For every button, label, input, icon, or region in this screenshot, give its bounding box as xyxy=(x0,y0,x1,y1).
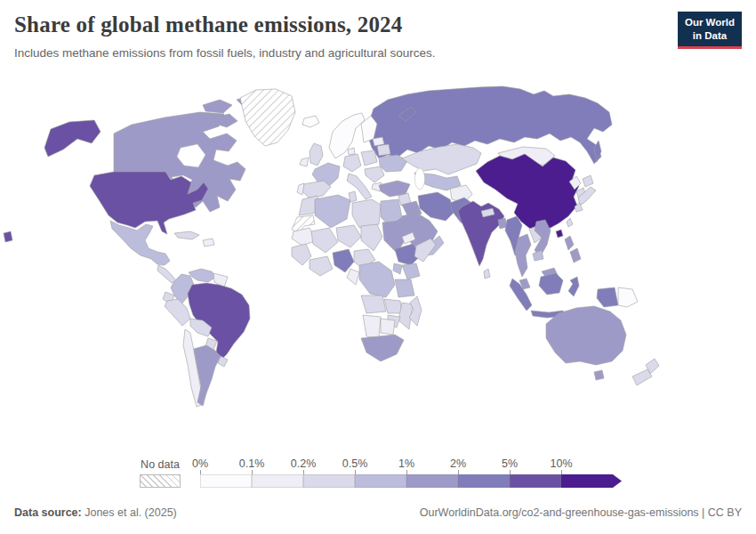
country-botswana[interactable] xyxy=(381,319,395,335)
legend-tick-label: 0% xyxy=(192,457,208,470)
owid-logo[interactable]: Our World in Data xyxy=(678,12,742,49)
country-philippines-luzon[interactable] xyxy=(565,236,574,250)
country-indonesia-papua[interactable] xyxy=(597,287,618,307)
country-chad[interactable] xyxy=(361,224,382,251)
country-greenland[interactable] xyxy=(240,89,295,146)
legend-tick-label: 5% xyxy=(502,457,518,470)
country-russia[interactable] xyxy=(368,86,612,164)
country-papua-new-guinea[interactable] xyxy=(618,287,638,307)
country-central-america[interactable] xyxy=(157,265,176,283)
country-china-hainan[interactable] xyxy=(556,230,563,238)
country-niger[interactable] xyxy=(336,225,361,247)
country-iceland[interactable] xyxy=(302,116,319,127)
legend-tick-mark xyxy=(252,470,253,474)
country-gabon-congo[interactable] xyxy=(347,269,359,285)
page-title: Share of global methane emissions, 2024 xyxy=(14,12,403,37)
country-baltics[interactable] xyxy=(373,137,384,146)
legend-tick-mark xyxy=(510,470,511,474)
legend-no-data-swatch[interactable] xyxy=(140,474,181,488)
country-spain[interactable] xyxy=(302,181,331,198)
legend-tick-mark xyxy=(561,470,562,474)
country-peru[interactable] xyxy=(165,299,190,326)
legend-bin-5%-10%[interactable] xyxy=(510,474,561,488)
legend-bin-0.2%-0.5%[interactable] xyxy=(303,474,355,488)
country-japan-hokkaido[interactable] xyxy=(583,175,593,187)
country-angola[interactable] xyxy=(361,295,386,313)
country-australia[interactable] xyxy=(546,306,626,365)
country-cambodia[interactable] xyxy=(533,250,543,261)
legend-bin-1%-2%[interactable] xyxy=(406,474,458,488)
country-algeria[interactable] xyxy=(315,195,350,228)
legend-bin-0.5%-1%[interactable] xyxy=(355,474,406,488)
legend-no-data-label: No data xyxy=(140,458,181,471)
country-libya[interactable] xyxy=(352,199,381,228)
country-united-states-aleutian[interactable] xyxy=(4,231,12,242)
country-ukraine[interactable] xyxy=(379,155,407,172)
country-united-kingdom[interactable] xyxy=(310,143,323,166)
country-namibia[interactable] xyxy=(363,315,381,338)
legend-tick-label: 0.2% xyxy=(291,457,317,470)
legend-color-bar: 0%0.1%0.2%0.5%1%2%5%10% xyxy=(200,474,622,488)
owid-logo-line1: Our World xyxy=(685,17,735,28)
footer-credit-link[interactable]: OurWorldinData.org/co2-and-greenhouse-ga… xyxy=(420,506,742,519)
country-australia-tasmania[interactable] xyxy=(594,370,604,380)
country-ivory-coast-ghana[interactable] xyxy=(310,256,333,276)
country-venezuela[interactable] xyxy=(189,269,216,282)
world-map xyxy=(0,78,756,452)
legend-tick-mark xyxy=(406,470,407,474)
country-belarus[interactable] xyxy=(377,144,390,156)
country-denmark[interactable] xyxy=(348,148,355,155)
country-senegal-guinea[interactable] xyxy=(292,244,311,265)
legend-tick-label: 1% xyxy=(398,457,414,470)
country-balkans[interactable] xyxy=(365,166,384,182)
country-mali[interactable] xyxy=(311,228,338,253)
country-ireland[interactable] xyxy=(300,158,309,166)
country-tunisia[interactable] xyxy=(349,191,357,202)
country-philippines-mindanao[interactable] xyxy=(570,248,581,263)
data-source-label: Data source: xyxy=(14,506,82,519)
legend-bin-2%-5%[interactable] xyxy=(458,474,510,488)
legend-tick-label: 2% xyxy=(450,457,466,470)
country-poland[interactable] xyxy=(361,150,377,166)
legend-tick-label: 0.1% xyxy=(239,457,265,470)
country-portugal[interactable] xyxy=(297,183,304,195)
country-cuba[interactable] xyxy=(174,231,199,239)
country-sri-lanka[interactable] xyxy=(484,269,490,279)
country-indonesia-borneo[interactable] xyxy=(539,273,563,295)
legend-bin->10%[interactable] xyxy=(561,474,622,488)
country-zambia[interactable] xyxy=(384,299,402,313)
country-indonesia-sulawesi[interactable] xyxy=(568,277,579,296)
country-drc[interactable] xyxy=(359,262,395,297)
country-hispaniola[interactable] xyxy=(203,239,214,247)
country-new-zealand-south[interactable] xyxy=(632,369,652,385)
owid-logo-line2: in Data xyxy=(693,30,727,41)
chart-frame: Share of global methane emissions, 2024 … xyxy=(0,0,756,534)
legend-tick-mark xyxy=(303,470,304,474)
caspian-sea xyxy=(415,168,425,190)
country-united-states-alaska[interactable] xyxy=(44,120,101,157)
country-kenya[interactable] xyxy=(402,263,420,279)
legend-bin-0.1%-0.2%[interactable] xyxy=(252,474,303,488)
country-canada-arctic-1[interactable] xyxy=(203,100,232,113)
country-south-africa[interactable] xyxy=(361,335,404,361)
country-norway-sweden[interactable] xyxy=(329,113,365,158)
country-iran[interactable] xyxy=(418,192,454,221)
legend-tick-mark xyxy=(458,470,459,474)
data-source-value: Jones et al. (2025) xyxy=(82,506,177,519)
footer-data-source: Data source: Jones et al. (2025) xyxy=(14,506,177,519)
legend-tick-mark xyxy=(355,470,356,474)
country-taiwan[interactable] xyxy=(567,218,573,227)
country-uganda[interactable] xyxy=(393,263,402,274)
country-tanzania[interactable] xyxy=(395,279,414,297)
legend-tick-label: 0.5% xyxy=(342,457,368,470)
chart-subtitle: Includes methane emissions from fossil f… xyxy=(14,46,435,60)
legend-tick-mark xyxy=(200,470,201,474)
legend-tick-label: 10% xyxy=(550,457,572,470)
legend-bin-0%-0.1%[interactable] xyxy=(200,474,252,488)
country-germany[interactable] xyxy=(343,154,361,172)
